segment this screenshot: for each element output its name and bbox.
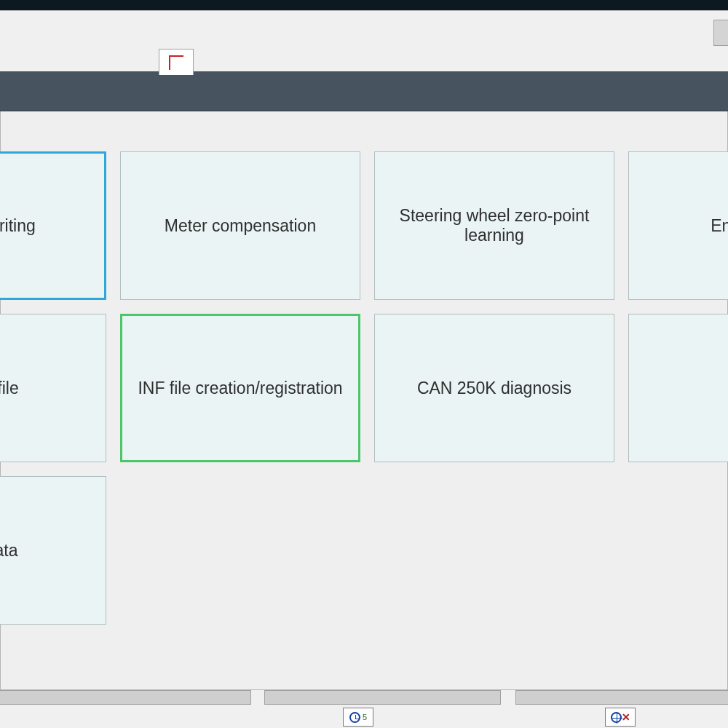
tile-line-data[interactable]: line data xyxy=(0,476,106,625)
panel-body: nstant writing Meter compensation Steeri… xyxy=(0,111,728,690)
tab-marker[interactable] xyxy=(159,49,194,75)
tile-repro-file[interactable]: repro file xyxy=(0,314,106,462)
tile-label: Meter compensation xyxy=(165,216,316,236)
tab-marker-icon xyxy=(169,55,183,70)
tile-grid: nstant writing Meter compensation Steeri… xyxy=(0,151,728,625)
bottom-button-1[interactable] xyxy=(0,690,251,705)
tile-can-250k-diagnosis[interactable]: CAN 250K diagnosis xyxy=(374,314,614,462)
offline-x-icon: ✕ xyxy=(622,711,630,723)
tile-meter-compensation[interactable]: Meter compensation xyxy=(120,151,360,300)
tile-engine-number[interactable]: Engine nu xyxy=(628,151,728,300)
tile-label: Engine nu xyxy=(711,216,728,236)
tile-constant-writing[interactable]: nstant writing xyxy=(0,151,106,300)
bottom-bar: 5 ✕ xyxy=(0,690,728,728)
right-edge-tab[interactable] xyxy=(713,20,728,46)
bottom-button-2[interactable] xyxy=(264,690,501,705)
clock-icon xyxy=(349,712,360,723)
status-badge-clock[interactable]: 5 xyxy=(343,708,373,727)
tile-label: CAN 250K diagnosis xyxy=(417,379,571,398)
tile-label: INF file creation/registration xyxy=(138,379,342,398)
status-badge-offline[interactable]: ✕ xyxy=(605,708,636,727)
tile-inf-file-creation[interactable]: INF file creation/registration xyxy=(120,314,360,462)
upper-toolbar-area xyxy=(0,10,728,71)
panel-header-bar xyxy=(0,71,728,111)
tile-label: line data xyxy=(0,541,17,561)
tile-steering-learning[interactable]: Steering wheel zero-point learning xyxy=(374,151,614,300)
tile-label: nstant writing xyxy=(0,216,36,236)
tile-event[interactable]: Event xyxy=(628,314,728,462)
status-badge-suffix: 5 xyxy=(363,713,367,721)
tile-label: repro file xyxy=(0,379,19,398)
globe-icon xyxy=(611,712,622,723)
window-top-border xyxy=(0,0,728,10)
tile-label: Steering wheel zero-point learning xyxy=(388,206,601,245)
bottom-button-3[interactable] xyxy=(515,690,728,705)
